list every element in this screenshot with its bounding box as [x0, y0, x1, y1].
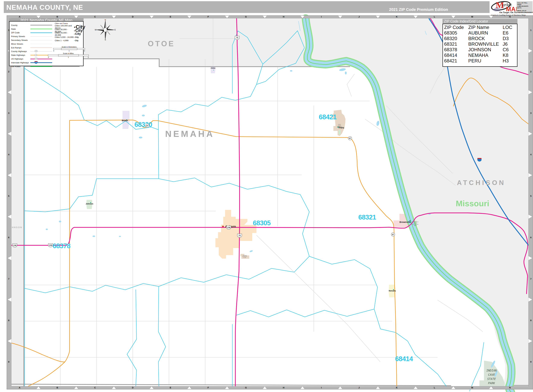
- zip-table-cell: 68320: [443, 36, 468, 41]
- college-campus-patch: [338, 130, 341, 135]
- city-dot-julian: [213, 70, 214, 70]
- grid-letter-bottom-D: D: [132, 386, 134, 389]
- legend-shield-circle-icon: 123: [35, 54, 37, 56]
- legend-row-minor-streets: Minor Streets: [11, 42, 53, 46]
- us-shield-number: 136: [49, 244, 52, 246]
- zip-label-68378: 68378: [53, 242, 71, 250]
- legend-row-state-highways: State Highways123: [11, 53, 53, 57]
- zip-index-body: ZIP CodeZIP NameLOC 68305AUBURNE668320BR…: [443, 24, 518, 67]
- grid-letter-bottom-J: J: [358, 386, 360, 389]
- legend-item-sample: 123: [30, 61, 52, 64]
- grid-number-right-9: 9: [530, 360, 532, 363]
- zip-table-cell: PERU: [468, 58, 503, 64]
- legend-shield-us-icon: 123: [35, 58, 38, 60]
- legend-row-secondary-streets: Secondary Streets: [11, 38, 53, 42]
- grid-number-right-2: 2: [530, 70, 532, 73]
- us-shield-number: 136: [13, 244, 16, 247]
- edition-label: 2021 ZIP Code Premium Edition: [388, 7, 448, 12]
- legend-item-sample: [30, 27, 52, 31]
- zip-column-header: ZIP Code: [443, 25, 468, 30]
- us-shield-number: 75: [236, 37, 238, 39]
- logo-subtitle: America's Leading Source of Business Map…: [491, 14, 526, 16]
- legend-item-label: US Highways: [11, 58, 30, 60]
- zip-table-cell: 68414: [443, 52, 468, 58]
- grid-letter-top-D: D: [132, 15, 134, 18]
- contact-line: CALL US TOLL FREE!: [517, 2, 532, 5]
- city-class-sample: City: [74, 36, 79, 38]
- zip-table-cell: JOHNSON: [468, 47, 503, 52]
- legend-row-state: State: [11, 27, 53, 31]
- zip-label-68421: 68421: [319, 113, 337, 121]
- legend-item-label: Secondary Streets: [11, 39, 30, 41]
- legend-city-class: Cities 25,000 - 49,999City: [55, 32, 83, 36]
- zip-table-cell: 68378: [443, 47, 468, 52]
- zip-table-row: 68321BROWNVILLEJ6: [443, 41, 517, 47]
- city-class-sample: City: [74, 32, 81, 36]
- grid-letter-top-E: E: [170, 15, 171, 18]
- grid-number-left-4: 4: [8, 153, 9, 156]
- city-label-brock: Brock: [122, 119, 128, 122]
- legend-item-label: ZIP Code: [11, 32, 30, 34]
- city-class-dot-icon: [74, 34, 75, 34]
- city-class-dot-icon: [74, 37, 75, 37]
- city-label-julian: Julian: [211, 67, 215, 69]
- zip-label-68321: 68321: [358, 214, 376, 221]
- zip-table-row: 68378JOHNSONC6: [443, 47, 517, 52]
- city-label-brownville: Brownville: [400, 221, 411, 223]
- city-class-dot-icon: [74, 30, 75, 31]
- legend-row-interstate-highways: Interstate Highways123: [11, 61, 53, 65]
- legend-item-sample: [30, 23, 52, 27]
- grid-number-right-8: 8: [530, 319, 532, 322]
- grid-letter-top-I: I: [321, 15, 322, 18]
- zip-table-cell: AUBURN: [468, 30, 503, 36]
- grid-letter-top-C: C: [94, 15, 96, 18]
- legend-row-county-highways: County Highways123: [11, 50, 53, 53]
- legend-row-zip-code: ZIP Code: [11, 31, 53, 35]
- zip-table-cell: BROCK: [468, 36, 503, 41]
- legend-item-label: County Highways: [11, 50, 30, 52]
- grid-letter-bottom-H: H: [283, 386, 284, 389]
- grid-letter-bottom-K: K: [396, 386, 398, 389]
- legend-item-label: County: [11, 24, 30, 26]
- grid-letter-top-H: H: [283, 15, 284, 18]
- legend-cities-column: Cities and Towns Cities 100,000 and Abov…: [55, 23, 83, 42]
- grid-number-right-1: 1: [530, 29, 532, 31]
- grid-number-left-5: 5: [8, 195, 9, 197]
- grid-number-right-6: 6: [530, 236, 532, 239]
- scale-tick: 2: [84, 50, 85, 52]
- city-label-johnson: Johnson: [86, 203, 93, 205]
- grid-letter-top-M: M: [471, 15, 473, 18]
- state-shield-number: 67: [146, 125, 148, 127]
- zip-table-cell: E6: [503, 30, 516, 36]
- legend-item-sample: [30, 46, 52, 49]
- grid-number-right-7: 7: [530, 278, 532, 280]
- legend-item-sample: [30, 42, 52, 46]
- contact-line: EMAIL US AT:: [517, 10, 532, 11]
- county-label-johnson: JOHNSON: [8, 226, 22, 229]
- grid-letter-bottom-L: L: [434, 386, 435, 389]
- grid-letter-bottom-A: A: [19, 386, 20, 389]
- grid-letter-top-F: F: [208, 15, 209, 18]
- interstate-shield-icon: [477, 158, 481, 161]
- legend-row-primary-streets: Primary Streets: [11, 35, 53, 38]
- zip-index-title: ZIP Code Index/Grid Locator: [443, 19, 518, 24]
- legend-row-us-highways: US Highways123: [11, 57, 53, 61]
- zip-label-68305: 68305: [253, 219, 271, 227]
- page-title: NEMAHA COUNTY, NE: [6, 3, 83, 11]
- legend: 2021 Nemaha County, NE Map CountyStateZI…: [9, 18, 84, 66]
- legend-row-county: County: [11, 23, 53, 27]
- grid-number-right-3: 3: [530, 112, 532, 114]
- grid-letter-bottom-F: F: [208, 386, 209, 389]
- zip-label-68320: 68320: [134, 121, 152, 128]
- interstate-shield-top: [477, 158, 481, 159]
- grid-number-left-7: 7: [8, 278, 9, 280]
- scale-kilometers: Scale in Kilometers 012: [53, 46, 85, 52]
- us-shield-number: 75: [239, 234, 241, 237]
- grid-letter-bottom-G: G: [245, 386, 247, 389]
- legend-item-sample: [30, 38, 52, 42]
- grid-number-left-8: 8: [8, 319, 9, 322]
- zip-label-68414: 68414: [395, 355, 413, 362]
- zip-table-cell: J6: [503, 41, 516, 47]
- legend-body: CountyStateZIP CodePrimary StreetsSecond…: [9, 21, 84, 66]
- grid-letter-bottom-B: B: [57, 386, 58, 389]
